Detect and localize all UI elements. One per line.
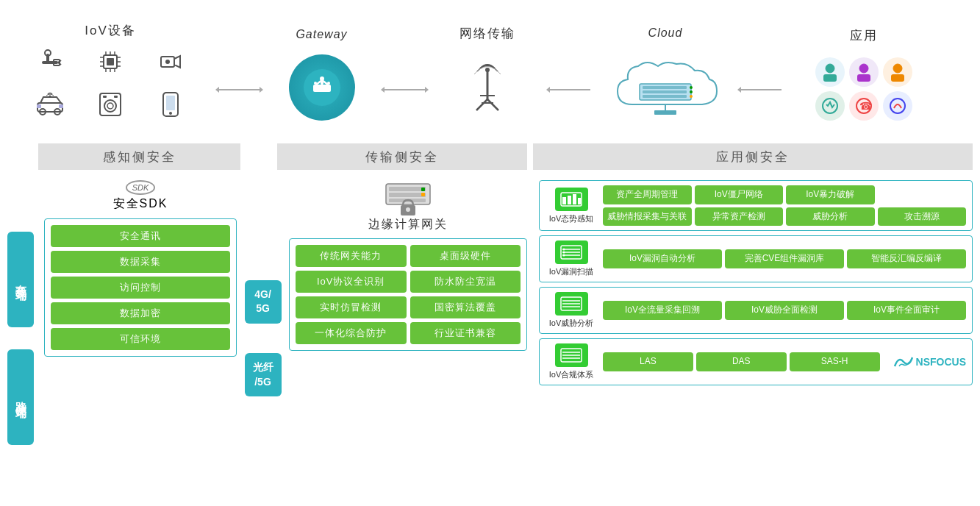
arrow-gateway-network (379, 84, 430, 101)
svg-line-5 (58, 63, 61, 65)
svg-point-47 (321, 82, 323, 85)
chip-icon (96, 48, 124, 81)
bottom-main: 车载端 路侧端 SDK 安全SDK 安全通讯 数据采集 访问控制 (7, 180, 973, 474)
sit-f5: 异常资产检测 (695, 207, 784, 227)
roadside-label: 路侧端 (14, 393, 28, 402)
gateway-label: Gateway (296, 28, 347, 41)
vuln-f1: IoV漏洞自动分析 (603, 249, 722, 268)
arrow-iov-gateway (213, 84, 265, 101)
sit-f4: 威胁情报采集与关联 (603, 207, 692, 227)
cloud-label: Cloud (648, 26, 683, 40)
svg-point-31 (107, 103, 113, 109)
sit-f6: 威胁分析 (786, 207, 875, 227)
trans-feature-4: 一体化综合防护 (296, 322, 407, 344)
sit-f2: IoV僵尸网络 (695, 185, 784, 204)
svg-point-28 (49, 96, 51, 98)
threat-f2: IoV威胁全面检测 (725, 301, 844, 320)
app-icon-3 (883, 57, 912, 87)
arrow-network-cloud (544, 84, 595, 101)
section-dividers: 感知侧安全 传输侧安全 应用侧安全 (7, 143, 973, 176)
svg-marker-21 (174, 56, 180, 68)
svg-point-36 (169, 112, 172, 115)
svg-marker-51 (381, 87, 385, 93)
vuln-f2: 完善CVE组件漏洞库 (725, 249, 844, 268)
svg-rect-35 (166, 96, 175, 110)
washer-icon (97, 90, 124, 123)
svg-rect-75 (857, 74, 870, 82)
svg-rect-91 (562, 197, 566, 204)
app-icons-grid: ☎ (815, 57, 912, 121)
phone-icon (160, 90, 182, 123)
left-side-labels: 车载端 路侧端 (7, 180, 38, 474)
svg-text:☎: ☎ (859, 100, 872, 112)
svg-rect-84 (389, 193, 426, 197)
svg-point-99 (563, 249, 565, 251)
feature-数据加密: 数据加密 (51, 302, 230, 324)
compliance-icon-bg (555, 343, 588, 367)
compliance-f2: DAS (696, 352, 787, 371)
svg-point-101 (563, 254, 565, 257)
edge-label: 边缘计算网关 (368, 217, 448, 232)
trans-feature-8: 行业证书兼容 (410, 322, 521, 344)
cloud-icon (610, 53, 720, 121)
svg-rect-23 (37, 103, 62, 112)
perception-section: SDK 安全SDK 安全通讯 数据采集 访问控制 数据加密 可信环境 (38, 180, 243, 474)
svg-rect-92 (568, 196, 571, 204)
vuln-icon-bg (555, 240, 588, 264)
application-title: 应用侧安全 (716, 149, 790, 165)
svg-rect-73 (823, 74, 837, 82)
situation-features: 资产全周期管理 IoV僵尸网络 IoV暴力破解 威胁情报采集与关联 异常资产检测… (603, 185, 966, 226)
svg-rect-77 (891, 74, 904, 82)
app-label: 应用 (850, 27, 878, 44)
compliance-f1: LAS (603, 352, 693, 371)
svg-point-46 (314, 82, 317, 85)
svg-marker-38 (260, 87, 263, 93)
trans-feature-6: 防水防尘宽温 (410, 271, 521, 293)
iov-vuln-panel: IoV漏洞扫描 IoV漏洞自动分析 完善CVE组件漏洞库 智能反汇编反编译 (539, 235, 973, 282)
application-section: IoV态势感知 资产全周期管理 IoV僵尸网络 IoV暴力破解 威胁情报采集与关… (533, 180, 973, 474)
threat-label: IoV威胁分析 (549, 318, 594, 329)
gateway-column: Gateway (265, 28, 379, 121)
svg-line-53 (476, 99, 487, 110)
trans-feature-5: 桌面级硬件 (410, 245, 521, 267)
cloud-column: Cloud (595, 26, 735, 121)
svg-rect-27 (59, 104, 63, 108)
perception-title-bar: 感知侧安全 (38, 143, 240, 170)
main-container: IoV设备 (0, 0, 980, 506)
4g5g-label: 4G/5G (245, 280, 282, 324)
threat-features: IoV全流量采集回溯 IoV威胁全面检测 IoV事件全面审计 (603, 301, 966, 320)
feature-安全通讯: 安全通讯 (51, 225, 230, 247)
iov-compliance-icon: IoV合规体系 (546, 343, 597, 380)
svg-rect-63 (643, 95, 687, 98)
sit-f7: 攻击溯源 (878, 207, 967, 227)
svg-point-100 (563, 252, 565, 254)
sit-f3: IoV暴力破解 (786, 185, 875, 204)
transmission-features-grid: 传统网关能力 桌面级硬件 IoV协议全识别 防水防尘宽温 实时仿冒检测 国密算法… (296, 245, 521, 344)
svg-point-45 (320, 76, 324, 81)
vuln-f3: 智能反汇编反编译 (847, 249, 966, 268)
edge-gateway-area: 边缘计算网关 (289, 180, 527, 232)
fiber5g-label: 光纤/5G (245, 353, 282, 396)
antenna-icon (465, 55, 509, 124)
gateway-icon (289, 54, 355, 121)
situation-icon-bg (555, 188, 588, 211)
svg-point-64 (690, 86, 693, 89)
application-title-bar: 应用侧安全 (533, 143, 973, 170)
svg-rect-0 (42, 61, 58, 64)
feature-访问控制: 访问控制 (51, 277, 230, 299)
car-icon (35, 90, 65, 123)
transmission-section: 边缘计算网关 传统网关能力 桌面级硬件 IoV协议全识别 防水防尘宽温 实时仿冒… (283, 180, 533, 474)
transmission-features-box: 传统网关能力 桌面级硬件 IoV协议全识别 防水防尘宽温 实时仿冒检测 国密算法… (289, 238, 527, 351)
threat-icon-bg (555, 292, 588, 316)
perception-title: 感知侧安全 (103, 149, 176, 165)
svg-point-57 (485, 68, 490, 72)
sdk-features-box: 安全通讯 数据采集 访问控制 数据加密 可信环境 (44, 218, 237, 357)
svg-point-72 (826, 64, 834, 73)
vuln-features: IoV漏洞自动分析 完善CVE组件漏洞库 智能反汇编反编译 (603, 249, 966, 268)
arrow-cloud-app (735, 84, 787, 101)
transmission-title: 传输侧安全 (365, 149, 439, 165)
svg-rect-7 (107, 58, 114, 65)
svg-rect-61 (643, 86, 687, 89)
app-icon-4 (815, 91, 845, 121)
app-sub-panels: IoV态势感知 资产全周期管理 IoV僵尸网络 IoV暴力破解 威胁情报采集与关… (539, 180, 973, 385)
